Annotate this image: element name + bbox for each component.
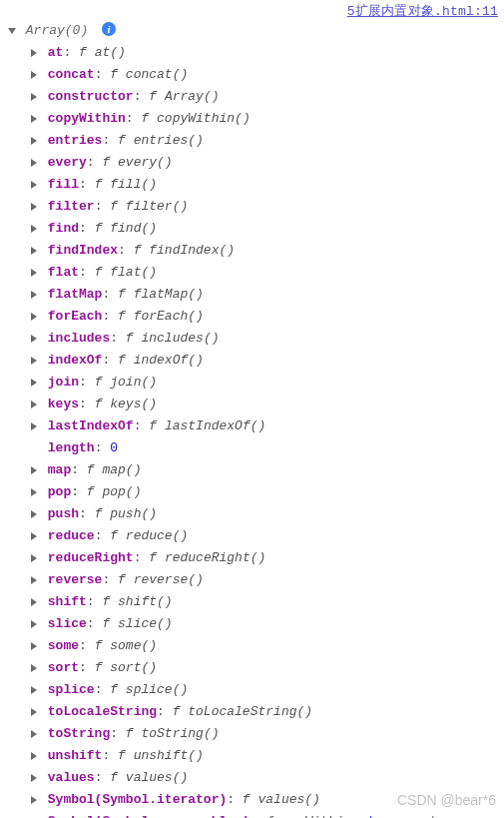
property-row[interactable]: slice: f slice() [28,613,504,635]
property-key: map [48,462,71,477]
chevron-right-icon[interactable] [28,108,40,130]
property-row[interactable]: flatMap: f flatMap() [28,284,504,306]
chevron-right-icon[interactable] [28,525,40,547]
chevron-right-icon[interactable] [28,415,40,437]
chevron-right-icon[interactable] [28,240,40,262]
function-name: splice() [126,682,188,697]
source-link[interactable]: 5扩展内置对象.html:11 [347,2,498,20]
property-row[interactable]: join: f join() [28,372,504,394]
chevron-right-icon[interactable] [28,130,40,152]
chevron-down-icon[interactable] [6,20,18,42]
function-f-glyph: f [110,770,118,785]
chevron-right-icon[interactable] [28,635,40,657]
property-row[interactable]: indexOf: f indexOf() [28,350,504,372]
svg-marker-17 [31,401,37,409]
property-row-unscopables[interactable]: Symbol(Symbol.unscopables): {copyWithin:… [28,811,504,818]
property-row[interactable]: reduce: f reduce() [28,525,504,547]
property-row[interactable]: lastIndexOf: f lastIndexOf() [28,415,504,437]
chevron-right-icon[interactable] [28,657,40,679]
chevron-right-icon[interactable] [28,196,40,218]
property-row[interactable]: toString: f toString() [28,723,504,745]
tree-root-row[interactable]: Array(0) i [6,20,504,42]
property-key: flat [48,265,79,280]
chevron-right-icon[interactable] [28,42,40,64]
property-row[interactable]: sort: f sort() [28,657,504,679]
property-row[interactable]: push: f push() [28,503,504,525]
function-name: indexOf() [134,353,204,368]
property-row[interactable]: map: f map() [28,459,504,481]
property-row[interactable]: some: f some() [28,635,504,657]
property-row[interactable]: filter: f filter() [28,196,504,218]
chevron-right-icon[interactable] [28,547,40,569]
svg-marker-35 [31,796,37,804]
chevron-right-icon[interactable] [28,723,40,745]
property-row[interactable]: every: f every() [28,152,504,174]
chevron-right-icon[interactable] [28,745,40,767]
chevron-right-icon[interactable] [28,459,40,481]
svg-marker-29 [31,664,37,672]
chevron-right-icon[interactable] [28,701,40,723]
chevron-right-icon[interactable] [28,64,40,86]
property-key: every [48,155,87,170]
chevron-right-icon[interactable] [28,306,40,328]
property-row[interactable]: copyWithin: f copyWithin() [28,108,504,130]
property-row[interactable]: values: f values() [28,767,504,789]
chevron-right-icon[interactable] [28,372,40,394]
property-key: includes [48,331,110,346]
chevron-right-icon[interactable] [28,613,40,635]
chevron-right-icon[interactable] [28,152,40,174]
chevron-right-icon[interactable] [28,174,40,196]
function-f-glyph: f [141,111,149,126]
property-row[interactable]: reduceRight: f reduceRight() [28,547,504,569]
chevron-right-icon[interactable] [28,86,40,108]
chevron-right-icon[interactable] [28,767,40,789]
svg-marker-32 [31,730,37,738]
function-f-glyph: f [95,375,103,390]
svg-marker-7 [31,181,37,189]
property-row[interactable]: constructor: f Array() [28,86,504,108]
chevron-right-icon[interactable] [28,679,40,701]
property-key: sort [48,660,79,675]
chevron-right-icon[interactable] [28,789,40,811]
chevron-right-icon[interactable] [28,569,40,591]
property-row[interactable]: concat: f concat() [28,64,504,86]
property-row[interactable]: keys: f keys() [28,394,504,415]
chevron-right-icon[interactable] [28,218,40,240]
svg-marker-0 [8,28,16,34]
property-row[interactable]: fill: f fill() [28,174,504,196]
property-row-length[interactable]: length: 0 [28,437,504,459]
chevron-right-icon[interactable] [28,503,40,525]
property-row[interactable]: pop: f pop() [28,481,504,503]
chevron-right-icon[interactable] [28,591,40,613]
property-row[interactable]: toLocaleString: f toLocaleString() [28,701,504,723]
function-f-glyph: f [87,484,95,499]
property-key: lastIndexOf [48,418,134,433]
chevron-right-icon[interactable] [28,394,40,415]
property-row[interactable]: findIndex: f findIndex() [28,240,504,262]
property-row[interactable]: reverse: f reverse() [28,569,504,591]
chevron-right-icon[interactable] [28,284,40,306]
chevron-right-icon[interactable] [28,350,40,372]
info-icon[interactable]: i [102,22,116,36]
property-row[interactable]: includes: f includes() [28,328,504,350]
property-row[interactable]: find: f find() [28,218,504,240]
function-name: pop() [102,484,141,499]
svg-marker-3 [31,93,37,101]
svg-marker-24 [31,554,37,562]
property-row[interactable]: unshift: f unshift() [28,745,504,767]
property-row[interactable]: entries: f entries() [28,130,504,152]
chevron-right-icon[interactable] [28,481,40,503]
property-row[interactable]: flat: f flat() [28,262,504,284]
property-row[interactable]: forEach: f forEach() [28,306,504,328]
chevron-right-icon[interactable] [28,811,40,818]
function-f-glyph: f [118,309,126,324]
chevron-right-icon[interactable] [28,262,40,284]
function-name: copyWithin() [157,111,251,126]
svg-marker-12 [31,291,37,299]
chevron-right-icon[interactable] [28,328,40,350]
property-row[interactable]: shift: f shift() [28,591,504,613]
property-row[interactable]: at: f at() [28,42,504,64]
function-name: reduce() [126,528,188,543]
property-row[interactable]: splice: f splice() [28,679,504,701]
property-row[interactable]: Symbol(Symbol.iterator): f values() [28,789,504,811]
